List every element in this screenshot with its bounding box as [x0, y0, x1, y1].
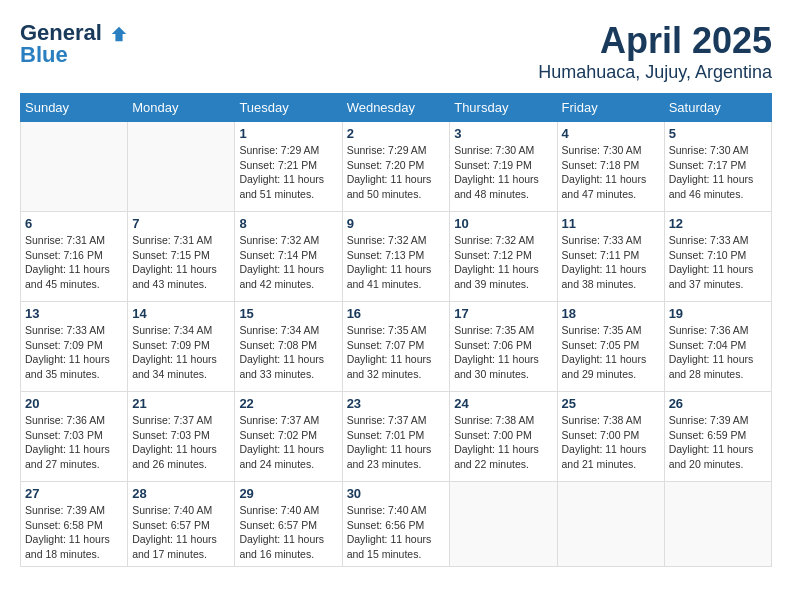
- calendar-cell: 13Sunrise: 7:33 AM Sunset: 7:09 PM Dayli…: [21, 302, 128, 392]
- day-info: Sunrise: 7:36 AM Sunset: 7:04 PM Dayligh…: [669, 323, 767, 382]
- day-number: 6: [25, 216, 123, 231]
- weekday-header-thursday: Thursday: [450, 94, 557, 122]
- day-info: Sunrise: 7:33 AM Sunset: 7:09 PM Dayligh…: [25, 323, 123, 382]
- calendar-cell: 7Sunrise: 7:31 AM Sunset: 7:15 PM Daylig…: [128, 212, 235, 302]
- week-row-5: 27Sunrise: 7:39 AM Sunset: 6:58 PM Dayli…: [21, 482, 772, 567]
- calendar-cell: 24Sunrise: 7:38 AM Sunset: 7:00 PM Dayli…: [450, 392, 557, 482]
- day-number: 28: [132, 486, 230, 501]
- weekday-header-saturday: Saturday: [664, 94, 771, 122]
- location-title: Humahuaca, Jujuy, Argentina: [538, 62, 772, 83]
- week-row-2: 6Sunrise: 7:31 AM Sunset: 7:16 PM Daylig…: [21, 212, 772, 302]
- day-number: 20: [25, 396, 123, 411]
- day-info: Sunrise: 7:40 AM Sunset: 6:56 PM Dayligh…: [347, 503, 446, 562]
- day-number: 12: [669, 216, 767, 231]
- day-number: 17: [454, 306, 552, 321]
- day-info: Sunrise: 7:35 AM Sunset: 7:06 PM Dayligh…: [454, 323, 552, 382]
- day-number: 10: [454, 216, 552, 231]
- calendar-cell: 15Sunrise: 7:34 AM Sunset: 7:08 PM Dayli…: [235, 302, 342, 392]
- day-info: Sunrise: 7:31 AM Sunset: 7:16 PM Dayligh…: [25, 233, 123, 292]
- calendar-cell: 25Sunrise: 7:38 AM Sunset: 7:00 PM Dayli…: [557, 392, 664, 482]
- day-info: Sunrise: 7:30 AM Sunset: 7:18 PM Dayligh…: [562, 143, 660, 202]
- day-info: Sunrise: 7:34 AM Sunset: 7:09 PM Dayligh…: [132, 323, 230, 382]
- week-row-4: 20Sunrise: 7:36 AM Sunset: 7:03 PM Dayli…: [21, 392, 772, 482]
- title-section: April 2025 Humahuaca, Jujuy, Argentina: [538, 20, 772, 83]
- day-number: 11: [562, 216, 660, 231]
- day-number: 3: [454, 126, 552, 141]
- day-number: 13: [25, 306, 123, 321]
- day-info: Sunrise: 7:31 AM Sunset: 7:15 PM Dayligh…: [132, 233, 230, 292]
- calendar-cell: 10Sunrise: 7:32 AM Sunset: 7:12 PM Dayli…: [450, 212, 557, 302]
- calendar-cell: 11Sunrise: 7:33 AM Sunset: 7:11 PM Dayli…: [557, 212, 664, 302]
- day-info: Sunrise: 7:40 AM Sunset: 6:57 PM Dayligh…: [132, 503, 230, 562]
- day-number: 16: [347, 306, 446, 321]
- day-info: Sunrise: 7:38 AM Sunset: 7:00 PM Dayligh…: [454, 413, 552, 472]
- calendar-cell: 21Sunrise: 7:37 AM Sunset: 7:03 PM Dayli…: [128, 392, 235, 482]
- day-info: Sunrise: 7:40 AM Sunset: 6:57 PM Dayligh…: [239, 503, 337, 562]
- day-number: 27: [25, 486, 123, 501]
- day-info: Sunrise: 7:37 AM Sunset: 7:02 PM Dayligh…: [239, 413, 337, 472]
- logo: General Blue: [20, 20, 128, 68]
- logo-blue-text: Blue: [20, 42, 68, 67]
- day-info: Sunrise: 7:33 AM Sunset: 7:10 PM Dayligh…: [669, 233, 767, 292]
- day-number: 2: [347, 126, 446, 141]
- day-number: 19: [669, 306, 767, 321]
- day-info: Sunrise: 7:29 AM Sunset: 7:20 PM Dayligh…: [347, 143, 446, 202]
- calendar-cell: 23Sunrise: 7:37 AM Sunset: 7:01 PM Dayli…: [342, 392, 450, 482]
- day-info: Sunrise: 7:39 AM Sunset: 6:59 PM Dayligh…: [669, 413, 767, 472]
- day-info: Sunrise: 7:30 AM Sunset: 7:17 PM Dayligh…: [669, 143, 767, 202]
- calendar-cell: 29Sunrise: 7:40 AM Sunset: 6:57 PM Dayli…: [235, 482, 342, 567]
- calendar-cell: 30Sunrise: 7:40 AM Sunset: 6:56 PM Dayli…: [342, 482, 450, 567]
- day-info: Sunrise: 7:35 AM Sunset: 7:05 PM Dayligh…: [562, 323, 660, 382]
- calendar-cell: 20Sunrise: 7:36 AM Sunset: 7:03 PM Dayli…: [21, 392, 128, 482]
- day-info: Sunrise: 7:32 AM Sunset: 7:13 PM Dayligh…: [347, 233, 446, 292]
- page-header: General Blue April 2025 Humahuaca, Jujuy…: [20, 20, 772, 83]
- month-title: April 2025: [538, 20, 772, 62]
- calendar-cell: 17Sunrise: 7:35 AM Sunset: 7:06 PM Dayli…: [450, 302, 557, 392]
- day-info: Sunrise: 7:30 AM Sunset: 7:19 PM Dayligh…: [454, 143, 552, 202]
- calendar-cell: 28Sunrise: 7:40 AM Sunset: 6:57 PM Dayli…: [128, 482, 235, 567]
- day-info: Sunrise: 7:38 AM Sunset: 7:00 PM Dayligh…: [562, 413, 660, 472]
- day-info: Sunrise: 7:36 AM Sunset: 7:03 PM Dayligh…: [25, 413, 123, 472]
- day-number: 18: [562, 306, 660, 321]
- weekday-header-row: SundayMondayTuesdayWednesdayThursdayFrid…: [21, 94, 772, 122]
- calendar-cell: 3Sunrise: 7:30 AM Sunset: 7:19 PM Daylig…: [450, 122, 557, 212]
- day-number: 8: [239, 216, 337, 231]
- calendar-cell: 4Sunrise: 7:30 AM Sunset: 7:18 PM Daylig…: [557, 122, 664, 212]
- calendar-cell: 6Sunrise: 7:31 AM Sunset: 7:16 PM Daylig…: [21, 212, 128, 302]
- weekday-header-monday: Monday: [128, 94, 235, 122]
- calendar-cell: 22Sunrise: 7:37 AM Sunset: 7:02 PM Dayli…: [235, 392, 342, 482]
- calendar-cell: 12Sunrise: 7:33 AM Sunset: 7:10 PM Dayli…: [664, 212, 771, 302]
- day-info: Sunrise: 7:34 AM Sunset: 7:08 PM Dayligh…: [239, 323, 337, 382]
- calendar-cell: 19Sunrise: 7:36 AM Sunset: 7:04 PM Dayli…: [664, 302, 771, 392]
- calendar-cell: 2Sunrise: 7:29 AM Sunset: 7:20 PM Daylig…: [342, 122, 450, 212]
- day-info: Sunrise: 7:33 AM Sunset: 7:11 PM Dayligh…: [562, 233, 660, 292]
- calendar-cell: 18Sunrise: 7:35 AM Sunset: 7:05 PM Dayli…: [557, 302, 664, 392]
- calendar-cell: 27Sunrise: 7:39 AM Sunset: 6:58 PM Dayli…: [21, 482, 128, 567]
- day-info: Sunrise: 7:32 AM Sunset: 7:14 PM Dayligh…: [239, 233, 337, 292]
- calendar-cell: [128, 122, 235, 212]
- calendar-cell: 1Sunrise: 7:29 AM Sunset: 7:21 PM Daylig…: [235, 122, 342, 212]
- day-info: Sunrise: 7:29 AM Sunset: 7:21 PM Dayligh…: [239, 143, 337, 202]
- weekday-header-wednesday: Wednesday: [342, 94, 450, 122]
- day-number: 24: [454, 396, 552, 411]
- weekday-header-friday: Friday: [557, 94, 664, 122]
- day-number: 29: [239, 486, 337, 501]
- day-number: 30: [347, 486, 446, 501]
- day-number: 15: [239, 306, 337, 321]
- day-info: Sunrise: 7:39 AM Sunset: 6:58 PM Dayligh…: [25, 503, 123, 562]
- day-number: 9: [347, 216, 446, 231]
- day-number: 21: [132, 396, 230, 411]
- day-number: 7: [132, 216, 230, 231]
- calendar-cell: [450, 482, 557, 567]
- day-info: Sunrise: 7:37 AM Sunset: 7:01 PM Dayligh…: [347, 413, 446, 472]
- calendar-cell: [21, 122, 128, 212]
- day-number: 23: [347, 396, 446, 411]
- weekday-header-sunday: Sunday: [21, 94, 128, 122]
- day-number: 14: [132, 306, 230, 321]
- calendar-cell: 26Sunrise: 7:39 AM Sunset: 6:59 PM Dayli…: [664, 392, 771, 482]
- day-number: 5: [669, 126, 767, 141]
- weekday-header-tuesday: Tuesday: [235, 94, 342, 122]
- calendar-cell: 9Sunrise: 7:32 AM Sunset: 7:13 PM Daylig…: [342, 212, 450, 302]
- day-info: Sunrise: 7:37 AM Sunset: 7:03 PM Dayligh…: [132, 413, 230, 472]
- week-row-1: 1Sunrise: 7:29 AM Sunset: 7:21 PM Daylig…: [21, 122, 772, 212]
